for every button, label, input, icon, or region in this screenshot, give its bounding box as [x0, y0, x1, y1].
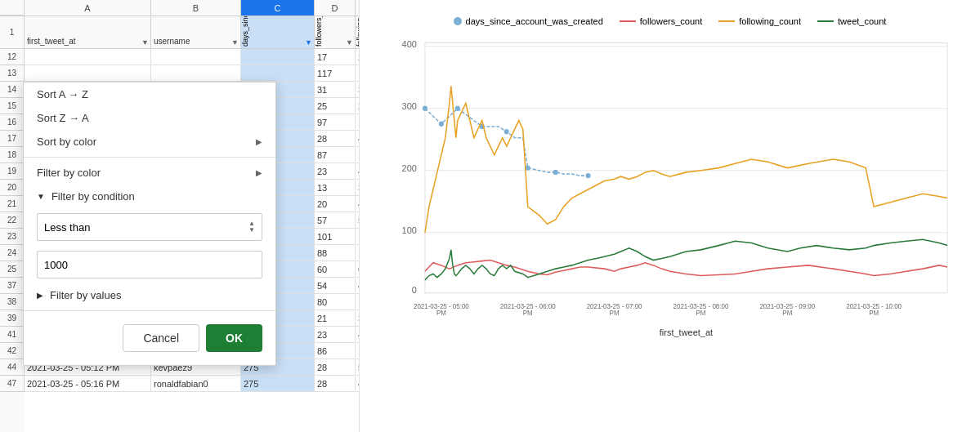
sort-a-z-label: Sort A → Z [37, 88, 88, 100]
row-num-20: 20 [0, 180, 25, 196]
cell-b47[interactable]: ronaldfabian0 [151, 376, 241, 391]
corner-cell [0, 0, 25, 16]
filter-value-input[interactable] [37, 251, 262, 278]
filter-icon-b[interactable]: ▼ [231, 38, 239, 47]
condition-select-wrapper: Less than ▲ ▼ [24, 208, 275, 246]
svg-point-26 [455, 106, 460, 111]
svg-text:PM: PM [869, 310, 879, 317]
cell-a13[interactable] [25, 65, 151, 81]
legend-label-days: days_since_account_was_created [466, 16, 603, 26]
cell-d19[interactable]: 23 [315, 163, 356, 179]
cell-c47[interactable]: 275 [241, 376, 315, 391]
legend-line-following [718, 20, 735, 22]
cell-d44[interactable]: 28 [315, 359, 356, 375]
cell-d24[interactable]: 88 [315, 245, 356, 261]
col-header-d[interactable]: D [315, 0, 356, 16]
cell-d21[interactable]: 20 [315, 196, 356, 212]
sort-z-a-label: Sort Z → A [37, 112, 89, 124]
spreadsheet: A B C D E F 1 12 13 14 15 16 17 18 19 20… [0, 0, 980, 432]
svg-text:400: 400 [402, 39, 417, 49]
cell-a12[interactable] [25, 49, 151, 65]
cancel-button[interactable]: Cancel [123, 324, 199, 352]
divider-2 [24, 310, 275, 311]
header-username: username ▼ [151, 16, 241, 48]
line-chart: 400 300 200 100 0 2021-03-25 - 05:00 PM … [376, 34, 964, 345]
sort-a-z-item[interactable]: Sort A → Z [24, 82, 275, 106]
cell-d42[interactable]: 86 [315, 343, 356, 359]
chart-area: days_since_account_was_created followers… [359, 0, 980, 432]
filter-icon-a[interactable]: ▼ [141, 38, 149, 47]
legend-label-tweet: tweet_count [838, 16, 886, 26]
row-num-24: 24 [0, 245, 25, 261]
sort-by-color-item[interactable]: Sort by color ▶ [24, 130, 275, 154]
row-num-14: 14 [0, 82, 25, 98]
row-num-39: 39 [0, 310, 25, 327]
cell-d41[interactable]: 23 [315, 327, 356, 342]
svg-point-31 [586, 173, 591, 178]
cell-c13[interactable] [241, 65, 315, 81]
cell-d37[interactable]: 54 [315, 278, 356, 293]
cell-c12[interactable] [241, 49, 315, 65]
row-num-25: 25 [0, 261, 25, 278]
condition-select[interactable]: Less than ▲ ▼ [37, 213, 262, 241]
legend-line-followers [620, 20, 636, 22]
cell-d15[interactable]: 25 [315, 98, 356, 114]
cell-d39[interactable]: 21 [315, 310, 356, 326]
row-num-23: 23 [0, 229, 25, 245]
cell-b12[interactable] [151, 49, 241, 65]
legend-item-days: days_since_account_was_created [454, 16, 603, 26]
col-header-a[interactable]: A [25, 0, 151, 16]
row-num-21: 21 [0, 196, 25, 212]
cell-d20[interactable]: 13 [315, 180, 356, 195]
filter-by-condition-label: Filter by condition [51, 190, 135, 203]
cell-d12[interactable]: 17 [315, 49, 356, 65]
ok-button[interactable]: OK [206, 324, 262, 352]
sort-z-a-item[interactable]: Sort Z → A [24, 106, 275, 130]
chart-container: days_since_account_was_created followers… [360, 0, 980, 432]
cell-d47[interactable]: 28 [315, 376, 356, 391]
header-first-tweet-at: first_tweet_at ▼ [25, 16, 151, 48]
svg-point-30 [553, 170, 558, 175]
row-num-18: 18 [0, 147, 25, 163]
cell-d23[interactable]: 101 [315, 229, 356, 244]
header-followers-label: followers_count [315, 16, 323, 47]
row-num-42: 42 [0, 343, 25, 359]
legend-line-tweet [817, 20, 834, 22]
cell-d13[interactable]: 117 [315, 65, 356, 81]
svg-text:first_tweet_at: first_tweet_at [660, 327, 714, 337]
row-num-16: 16 [0, 114, 25, 131]
svg-point-28 [504, 129, 509, 134]
col-header-b[interactable]: B [151, 0, 241, 16]
svg-text:PM: PM [696, 310, 705, 317]
cell-d14[interactable]: 31 [315, 82, 356, 97]
header-username-label: username [151, 37, 192, 47]
row-num-19: 19 [0, 163, 25, 180]
svg-text:PM: PM [436, 310, 446, 317]
filter-by-color-item[interactable]: Filter by color ▶ [24, 161, 275, 185]
cell-d22[interactable]: 57 [315, 212, 356, 228]
row-num-header: 1 [0, 16, 25, 49]
legend-item-followers: followers_count [620, 16, 702, 26]
cell-b13[interactable] [151, 65, 241, 81]
filter-condition-toggle-icon: ▼ [37, 192, 45, 201]
cell-d16[interactable]: 97 [315, 114, 356, 130]
cell-d18[interactable]: 87 [315, 147, 356, 163]
legend-label-followers: followers_count [640, 16, 702, 26]
filter-icon-c[interactable]: ▼ [305, 38, 312, 47]
cell-d25[interactable]: 60 [315, 261, 356, 277]
svg-point-29 [526, 165, 530, 170]
row-num-17: 17 [0, 131, 25, 147]
filter-by-condition-header[interactable]: ▼ Filter by condition [24, 185, 275, 208]
filter-by-values-header[interactable]: ▶ Filter by values [24, 283, 275, 307]
cell-d17[interactable]: 28 [315, 131, 356, 146]
svg-point-25 [439, 122, 444, 127]
header-followers: followers_count ▼ [315, 16, 356, 48]
header-days-since: days_since_account_was_created ▼ [241, 16, 315, 48]
cell-d38[interactable]: 80 [315, 294, 356, 310]
row-num-41: 41 [0, 327, 25, 343]
cell-a47[interactable]: 2021-03-25 - 05:16 PM [25, 376, 151, 391]
col-header-c[interactable]: C [241, 0, 315, 16]
row-num-12: 12 [0, 49, 25, 65]
filter-icon-d[interactable]: ▼ [346, 38, 353, 47]
svg-text:PM: PM [610, 310, 620, 317]
